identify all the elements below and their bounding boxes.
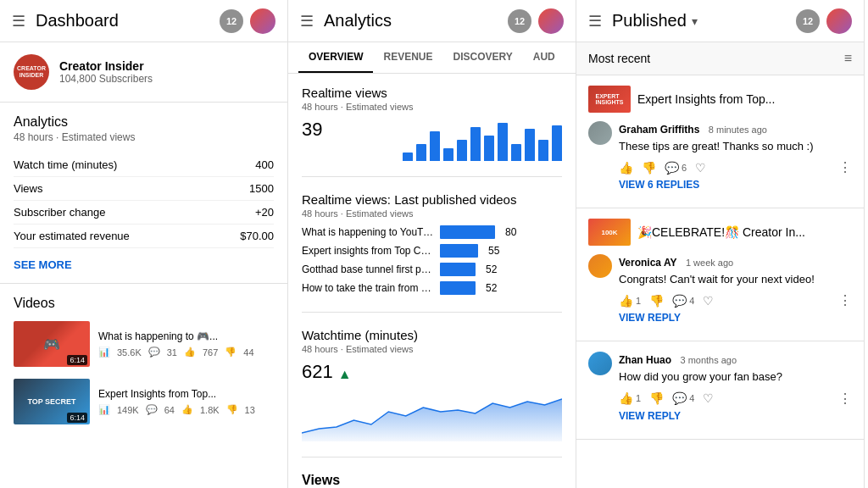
thumbs-down-icon[interactable]: 👎 bbox=[642, 161, 656, 175]
filter-label: Most recent bbox=[588, 52, 650, 65]
comment-actions: 👍 1 👎 💬 4 ♡ ⋮ bbox=[619, 391, 852, 407]
commenter-name: Veronica AY bbox=[619, 257, 676, 269]
last-published-block: Realtime views: Last published videos 48… bbox=[302, 192, 562, 313]
thumbs-up-icon[interactable]: 👍 1 bbox=[619, 294, 641, 308]
list-item[interactable]: 🎮 6:14 What is happening to 🎮... 📊 35.6K… bbox=[14, 321, 274, 367]
comment-text: How did you grow your fan base? bbox=[619, 369, 852, 385]
analytics-content: Realtime views 48 hours · Estimated view… bbox=[288, 74, 576, 488]
comment-actions: 👍 👎 💬 6 ♡ ⋮ bbox=[619, 159, 852, 175]
video-stats-2: 📊 149K 💬 64 👍 1.8K 👎 13 bbox=[98, 404, 255, 415]
hamburger-icon[interactable]: ☰ bbox=[12, 12, 25, 30]
realtime-chart bbox=[403, 119, 562, 161]
realtime-subtitle: 48 hours · Estimated views bbox=[302, 102, 562, 112]
comment-icon: 💬 bbox=[148, 347, 160, 358]
commenter-avatar bbox=[588, 121, 612, 145]
avatar[interactable] bbox=[538, 8, 564, 34]
channel-name: Creator Insider bbox=[59, 59, 153, 73]
tab-audience[interactable]: AUD bbox=[523, 42, 565, 73]
comment-body: Veronica AY 1 week ago Congrats! Can't w… bbox=[619, 254, 852, 324]
hamburger-icon[interactable]: ☰ bbox=[300, 12, 314, 30]
views-title: Views bbox=[302, 473, 562, 488]
commenter-avatar bbox=[588, 352, 612, 375]
video-bar-row: What is happening to YouTube... 80 bbox=[302, 225, 562, 239]
stat-row-views: Views 1500 bbox=[14, 177, 274, 201]
published-title: Published bbox=[612, 11, 687, 30]
views-icon: 📊 bbox=[98, 347, 110, 358]
watchtime-block: Watchtime (minutes) 48 hours · Estimated… bbox=[302, 328, 562, 458]
notification-badge[interactable]: 12 bbox=[508, 9, 531, 33]
thumbs-up-icon[interactable]: 👍 bbox=[619, 161, 633, 175]
video-bar-row: Gotthad base tunnel first public train..… bbox=[302, 263, 562, 276]
hamburger-icon[interactable]: ☰ bbox=[588, 12, 602, 30]
video-title-1: What is happening to 🎮... bbox=[98, 330, 254, 344]
thumbs-down-icon[interactable]: 👎 bbox=[649, 294, 664, 308]
comment-group: 100K 🎉CELEBRATE!🎊 Creator In... Veronica… bbox=[576, 208, 864, 341]
bar-fill bbox=[440, 244, 478, 258]
see-more-button[interactable]: SEE MORE bbox=[14, 258, 274, 271]
last-published-title: Realtime views: Last published videos bbox=[302, 192, 562, 207]
reply-icon[interactable]: 💬 4 bbox=[672, 391, 694, 405]
video-bar-row: How to take the train from ZRH airp... 5… bbox=[302, 281, 562, 295]
reply-icon[interactable]: 💬 4 bbox=[672, 294, 694, 308]
comment-body: Zhan Huao 3 months ago How did you grow … bbox=[619, 352, 852, 421]
video-duration-2: 6:14 bbox=[67, 413, 87, 423]
avatar[interactable] bbox=[250, 8, 275, 34]
heart-icon[interactable]: ♡ bbox=[703, 391, 714, 405]
notification-badge[interactable]: 12 bbox=[220, 9, 243, 33]
view-replies-button[interactable]: VIEW 6 REPLIES bbox=[619, 179, 852, 191]
comment-icon: 💬 bbox=[146, 404, 158, 415]
comment-time: 1 week ago bbox=[686, 258, 733, 268]
more-options-icon[interactable]: ⋮ bbox=[838, 391, 852, 407]
views-icon: 📊 bbox=[98, 404, 110, 415]
analytics-panel: ☰ Analytics 12 OVERVIEW REVENUE DISCOVER… bbox=[288, 0, 576, 488]
comment-video-title-1: EXPERTINSIGHTS Expert Insights from Top.… bbox=[588, 86, 852, 113]
tab-overview[interactable]: OVERVIEW bbox=[298, 42, 373, 73]
header-icons: 12 bbox=[796, 8, 852, 34]
stat-row-revenue: Your estimated revenue $70.00 bbox=[14, 225, 274, 248]
watchtime-subtitle: 48 hours · Estimated views bbox=[302, 344, 562, 354]
comment-body: Graham Griffiths 8 minutes ago These tip… bbox=[619, 121, 852, 191]
thumbs-down-icon[interactable]: 👎 bbox=[649, 391, 664, 405]
more-options-icon[interactable]: ⋮ bbox=[838, 159, 852, 175]
analytics-subtitle: 48 hours · Estimated views bbox=[14, 131, 274, 143]
realtime-views-block: Realtime views 48 hours · Estimated view… bbox=[302, 86, 562, 177]
thumbs-up-icon[interactable]: 👍 1 bbox=[619, 391, 641, 405]
like-icon: 👍 bbox=[181, 404, 193, 415]
bar-fill bbox=[440, 281, 476, 295]
list-item[interactable]: TOP SECRET 6:14 Expert Insights from Top… bbox=[14, 379, 274, 424]
analytics-header: ☰ Analytics 12 bbox=[288, 0, 576, 42]
bar-fill bbox=[440, 225, 495, 239]
commenter-name: Zhan Huao bbox=[619, 354, 671, 366]
view-replies-button[interactable]: VIEW REPLY bbox=[619, 312, 852, 324]
tab-revenue[interactable]: REVENUE bbox=[373, 42, 442, 73]
notification-badge[interactable]: 12 bbox=[796, 9, 820, 33]
views-section: Views bbox=[302, 473, 562, 488]
comment-video-thumb-1: EXPERTINSIGHTS bbox=[588, 86, 631, 113]
published-panel: ☰ Published ▾ 12 Most recent ≡ EXPERTINS… bbox=[576, 0, 865, 488]
dislike-icon: 👎 bbox=[225, 347, 236, 358]
avatar[interactable] bbox=[826, 8, 852, 34]
comment-group: EXPERTINSIGHTS Expert Insights from Top.… bbox=[576, 75, 864, 208]
up-arrow-icon: ▲ bbox=[338, 367, 352, 382]
reply-icon[interactable]: 💬 6 bbox=[665, 161, 687, 175]
more-options-icon[interactable]: ⋮ bbox=[838, 292, 852, 308]
list-item: Zhan Huao 3 months ago How did you grow … bbox=[588, 352, 852, 421]
heart-icon[interactable]: ♡ bbox=[695, 161, 706, 175]
stat-row-subscriber-change: Subscriber change +20 bbox=[14, 201, 274, 225]
comment-text: Congrats! Can't wait for your next video… bbox=[619, 272, 852, 287]
header-icons: 12 bbox=[508, 8, 564, 34]
published-header: ☰ Published ▾ 12 bbox=[576, 0, 864, 42]
comment-text: These tips are great! Thanks so much :) bbox=[619, 139, 852, 154]
stat-row-watchtime: Watch time (minutes) 400 bbox=[14, 153, 274, 177]
heart-icon[interactable]: ♡ bbox=[703, 294, 714, 308]
channel-subscribers: 104,800 Subscribers bbox=[59, 73, 153, 85]
filter-sort-icon[interactable]: ≡ bbox=[844, 51, 852, 66]
comment-video-title-2: 100K 🎉CELEBRATE!🎊 Creator In... bbox=[588, 219, 852, 246]
dropdown-arrow-icon[interactable]: ▾ bbox=[692, 14, 698, 28]
tab-discovery[interactable]: DISCOVERY bbox=[442, 42, 522, 73]
analytics-title: Analytics bbox=[324, 11, 508, 30]
video-duration-1: 6:14 bbox=[67, 355, 87, 365]
view-replies-button[interactable]: VIEW REPLY bbox=[619, 410, 852, 422]
commenter-name: Graham Griffiths bbox=[619, 124, 699, 136]
realtime-value: 39 bbox=[302, 119, 322, 141]
